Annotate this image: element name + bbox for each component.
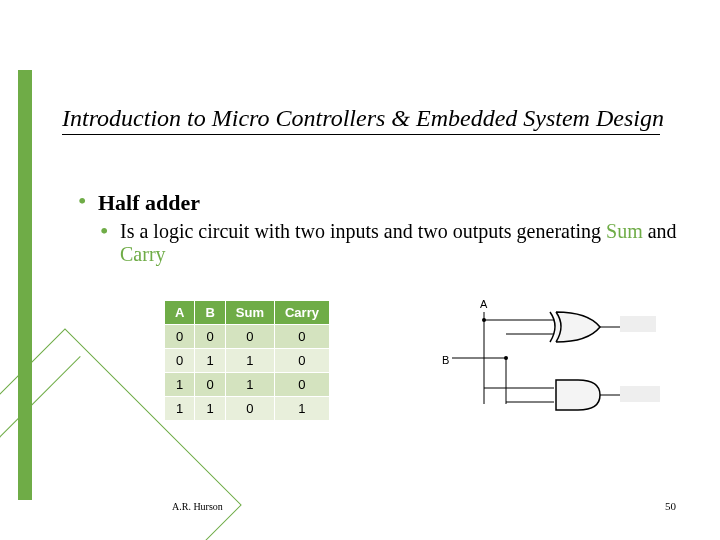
svg-point-5: [482, 318, 486, 322]
col-a: A: [165, 301, 195, 325]
col-carry: Carry: [274, 301, 329, 325]
bullet-level1: Half adder: [78, 190, 680, 216]
bullet-body-pre: Is a logic circuit with two inputs and t…: [120, 220, 606, 242]
and-word: and: [643, 220, 677, 242]
content-area: Half adder Is a logic circuit with two i…: [78, 190, 680, 266]
table-header-row: A B Sum Carry: [165, 301, 330, 325]
svg-rect-12: [620, 386, 660, 402]
col-b: B: [195, 301, 225, 325]
half-adder-circuit: A B Sum Carry: [438, 298, 668, 428]
circuit-svg: [438, 298, 668, 428]
carry-word: Carry: [120, 243, 166, 265]
bullet-level2: Is a logic circuit with two inputs and t…: [100, 220, 680, 266]
accent-bar: [18, 70, 32, 500]
table-row: 1 0 1 0: [165, 373, 330, 397]
svg-point-6: [504, 356, 508, 360]
truth-table: A B Sum Carry 0 0 0 0 0 1 1 0 1 0 1: [164, 300, 330, 421]
footer-page: 50: [665, 500, 676, 512]
bullet-heading: Half adder: [98, 190, 200, 215]
sum-word: Sum: [606, 220, 643, 242]
table-row: 0 1 1 0: [165, 349, 330, 373]
title-row: Introduction to Micro Controllers & Embe…: [62, 105, 670, 135]
title-underline: [62, 134, 660, 135]
col-sum: Sum: [225, 301, 274, 325]
table-row: 0 0 0 0: [165, 325, 330, 349]
svg-rect-10: [620, 316, 656, 332]
page-title: Introduction to Micro Controllers & Embe…: [62, 105, 670, 132]
table-row: 1 1 0 1: [165, 397, 330, 421]
